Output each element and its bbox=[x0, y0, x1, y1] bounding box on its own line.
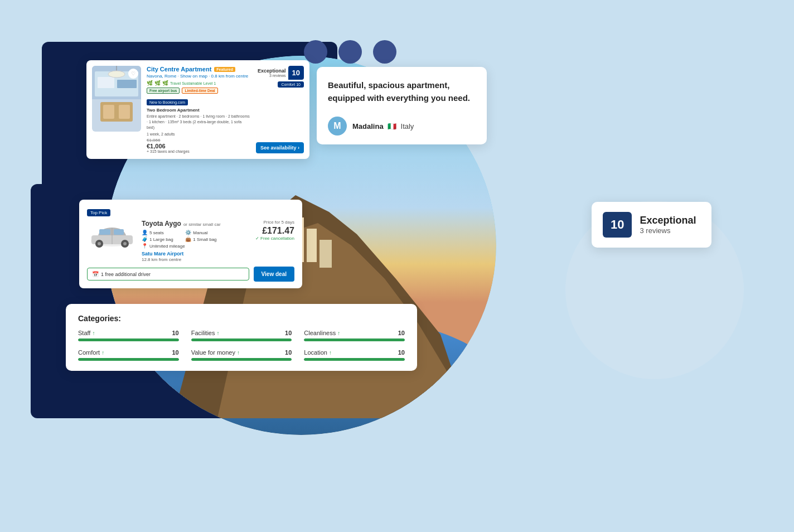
review-text: Beautiful, spacious apartment, equipped … bbox=[328, 79, 476, 104]
author-avatar: M bbox=[328, 117, 347, 136]
car-name: Toyota Aygo bbox=[142, 220, 181, 228]
hotel-heart-icon[interactable]: ♡ bbox=[128, 69, 138, 79]
svg-rect-27 bbox=[119, 105, 130, 119]
score-reviews: 3 reviews bbox=[640, 226, 696, 235]
author-country: Italy bbox=[401, 122, 414, 130]
category-facilities: Facilities ↑ 10 bbox=[191, 330, 292, 341]
category-location-score: 10 bbox=[398, 349, 405, 356]
car-distance: 12.8 km from centre bbox=[142, 257, 221, 262]
airport-badge: Free airport bus bbox=[147, 88, 180, 94]
car-cancel: ✓ Free cancellation bbox=[244, 236, 294, 241]
cleanliness-bar bbox=[304, 338, 405, 341]
car-price: £171.47 bbox=[244, 226, 294, 236]
cleanliness-arrow-icon: ↑ bbox=[337, 330, 340, 336]
see-availability-button[interactable]: See availability › bbox=[256, 142, 304, 153]
svg-point-35 bbox=[98, 242, 101, 245]
score-badge: 10 bbox=[288, 66, 304, 80]
facilities-bar-fill bbox=[191, 338, 292, 341]
hotel-info: City Centre Apartment Featured Navona, R… bbox=[147, 66, 250, 153]
location-arrow-icon: ↑ bbox=[329, 350, 332, 356]
hotel-image: ♡ bbox=[92, 66, 141, 132]
leaf-icon-2: 🌿 bbox=[154, 80, 161, 86]
car-spec-transmission: ⚙️ Manual bbox=[185, 230, 220, 235]
car-price-label: Price for 5 days bbox=[244, 220, 294, 225]
category-cleanliness-name: Cleanliness ↑ bbox=[304, 330, 340, 336]
booking-badge: New to Booking.com bbox=[147, 99, 188, 105]
location-bar bbox=[304, 358, 405, 361]
luggage-large-icon: 🧳 bbox=[142, 236, 148, 242]
staff-bar bbox=[78, 338, 179, 341]
leaf-icon-1: 🌿 bbox=[147, 80, 153, 86]
seats-icon: 👤 bbox=[142, 230, 148, 235]
new-price: €1,006 bbox=[147, 143, 190, 149]
category-comfort-score: 10 bbox=[172, 349, 178, 356]
svg-rect-23 bbox=[98, 77, 114, 88]
category-value-name: Value for money ↑ bbox=[191, 349, 240, 356]
dot-2 bbox=[338, 40, 362, 64]
car-similar: or similar small car bbox=[183, 222, 221, 227]
driver-input[interactable]: 📅 1 free additional driver bbox=[87, 268, 249, 280]
category-facilities-name: Facilities ↑ bbox=[191, 330, 220, 336]
score-label: Exceptional bbox=[640, 215, 696, 226]
dot-1 bbox=[304, 40, 327, 64]
mileage-icon: 📍 bbox=[142, 243, 148, 249]
value-bar bbox=[191, 358, 292, 361]
car-image bbox=[87, 220, 137, 253]
review-card: Beautiful, spacious apartment, equipped … bbox=[317, 67, 487, 144]
location-bar-fill bbox=[304, 358, 405, 361]
score-card: 10 Exceptional 3 reviews bbox=[592, 202, 711, 248]
room-type: Two Bedroom Apartment bbox=[147, 108, 250, 113]
exceptional-label: Exceptional bbox=[258, 68, 286, 74]
categories-title: Categories: bbox=[78, 314, 405, 323]
cleanliness-bar-fill bbox=[304, 338, 405, 341]
hotel-card: ♡ City Centre Apartment Featured Navona,… bbox=[86, 60, 309, 159]
score-box: 10 bbox=[603, 212, 632, 238]
facilities-arrow-icon: ↑ bbox=[216, 330, 219, 336]
categories-card: Categories: Staff ↑ 10 Facilities ↑ 10 bbox=[66, 304, 417, 371]
category-value: Value for money ↑ 10 bbox=[191, 349, 292, 361]
car-airport: Satu Mare Airport bbox=[142, 251, 221, 257]
category-comfort-name: Comfort ↑ bbox=[78, 349, 104, 356]
category-location-name: Location ↑ bbox=[304, 349, 332, 356]
staff-bar-fill bbox=[78, 338, 179, 341]
author-flag: 🇮🇹 bbox=[388, 122, 396, 130]
svg-point-29 bbox=[108, 71, 125, 78]
featured-badge: Featured bbox=[214, 67, 235, 72]
category-cleanliness: Cleanliness ↑ 10 bbox=[304, 330, 405, 341]
old-price: €1,066 bbox=[147, 138, 190, 143]
svg-point-37 bbox=[123, 242, 127, 245]
category-location: Location ↑ 10 bbox=[304, 349, 405, 361]
svg-rect-32 bbox=[99, 229, 110, 235]
stay-info: 1 week, 2 adults bbox=[147, 132, 175, 136]
transmission-icon: ⚙️ bbox=[185, 230, 191, 235]
svg-rect-33 bbox=[114, 229, 124, 235]
leaf-icon-3: 🌿 bbox=[162, 80, 168, 86]
category-comfort: Comfort ↑ 10 bbox=[78, 349, 179, 361]
view-deal-button[interactable]: View deal bbox=[254, 267, 294, 282]
hotel-location[interactable]: Navona, Rome · Show on map · 0.8 km from… bbox=[147, 74, 250, 79]
car-spec-mileage: 📍 Unlimited mileage bbox=[142, 243, 221, 249]
categories-grid: Staff ↑ 10 Facilities ↑ 10 bbox=[78, 330, 405, 361]
category-value-score: 10 bbox=[285, 349, 292, 356]
facilities-bar bbox=[191, 338, 292, 341]
value-bar-fill bbox=[191, 358, 292, 361]
author-name: Madalina bbox=[352, 122, 384, 130]
dots-row bbox=[304, 40, 396, 64]
comfort-badge: Comfort 10 bbox=[278, 81, 304, 88]
comfort-bar-fill bbox=[78, 358, 179, 361]
hotel-rating-col: Exceptional 3 reviews 10 Comfort 10 See … bbox=[256, 66, 304, 153]
sustainable-text: Travel Sustainable Level 1 bbox=[170, 81, 216, 85]
room-desc: Entire apartment · 2 bedrooms · 1 living… bbox=[147, 114, 250, 130]
value-arrow-icon: ↑ bbox=[237, 350, 240, 356]
svg-rect-24 bbox=[117, 80, 137, 88]
dot-3 bbox=[373, 40, 396, 64]
staff-arrow-icon: ↑ bbox=[92, 330, 95, 336]
car-card: Top Pick bbox=[79, 200, 302, 288]
comfort-arrow-icon: ↑ bbox=[101, 350, 104, 356]
car-spec-seats: 👤 5 seats bbox=[142, 230, 177, 235]
car-spec-luggage-small: 👜 1 Small bag bbox=[185, 236, 220, 242]
category-facilities-score: 10 bbox=[285, 330, 292, 336]
category-staff-name: Staff ↑ bbox=[78, 330, 95, 336]
hotel-name[interactable]: City Centre Apartment bbox=[147, 66, 211, 72]
taxes-text: + 315 taxes and charges bbox=[147, 149, 190, 153]
